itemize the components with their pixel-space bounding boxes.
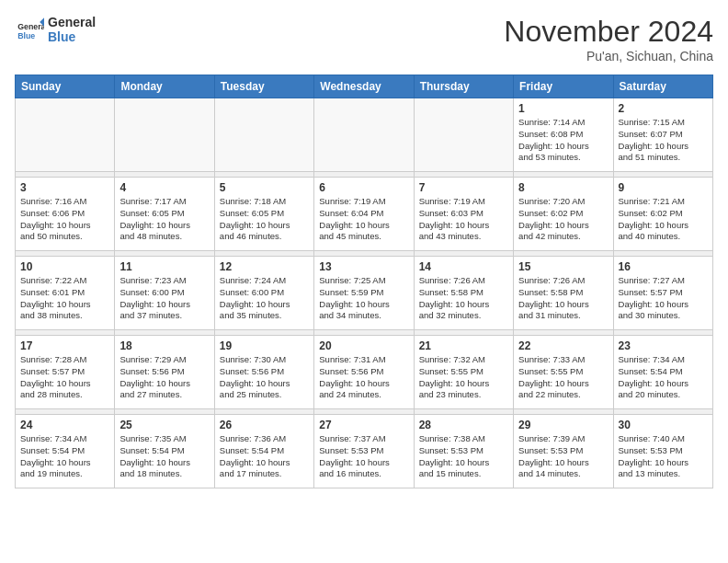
calendar-day-16: 16Sunrise: 7:27 AM Sunset: 5:57 PM Dayli… xyxy=(613,257,712,330)
calendar-day-26: 26Sunrise: 7:36 AM Sunset: 5:54 PM Dayli… xyxy=(214,415,313,488)
day-info: Sunrise: 7:26 AM Sunset: 5:58 PM Dayligh… xyxy=(518,275,608,322)
day-number: 27 xyxy=(319,419,408,431)
day-info: Sunrise: 7:16 AM Sunset: 6:06 PM Dayligh… xyxy=(20,196,109,243)
day-number: 15 xyxy=(518,260,608,273)
day-number: 14 xyxy=(419,260,508,273)
day-number: 23 xyxy=(619,339,708,352)
calendar-day-22: 22Sunrise: 7:33 AM Sunset: 5:55 PM Dayli… xyxy=(514,336,613,409)
calendar-week-2: 3Sunrise: 7:16 AM Sunset: 6:06 PM Daylig… xyxy=(16,178,713,251)
day-info: Sunrise: 7:25 AM Sunset: 5:59 PM Dayligh… xyxy=(319,275,408,322)
calendar-day-18: 18Sunrise: 7:29 AM Sunset: 5:56 PM Dayli… xyxy=(115,336,214,409)
day-info: Sunrise: 7:33 AM Sunset: 5:55 PM Dayligh… xyxy=(518,354,608,401)
day-number: 10 xyxy=(20,260,109,273)
day-info: Sunrise: 7:19 AM Sunset: 6:03 PM Dayligh… xyxy=(419,196,508,243)
day-number: 7 xyxy=(419,181,508,194)
day-info: Sunrise: 7:34 AM Sunset: 5:54 PM Dayligh… xyxy=(20,433,109,480)
day-number: 19 xyxy=(220,339,309,352)
day-number: 4 xyxy=(119,181,209,194)
calendar-day-7: 7Sunrise: 7:19 AM Sunset: 6:03 PM Daylig… xyxy=(414,178,513,251)
day-number: 24 xyxy=(20,419,109,431)
calendar-day-21: 21Sunrise: 7:32 AM Sunset: 5:55 PM Dayli… xyxy=(414,336,513,409)
header-monday: Monday xyxy=(115,75,214,98)
day-info: Sunrise: 7:38 AM Sunset: 5:53 PM Dayligh… xyxy=(419,433,508,480)
calendar-day-17: 17Sunrise: 7:28 AM Sunset: 5:57 PM Dayli… xyxy=(16,336,115,409)
day-info: Sunrise: 7:29 AM Sunset: 5:56 PM Dayligh… xyxy=(119,354,209,401)
calendar-day-3: 3Sunrise: 7:16 AM Sunset: 6:06 PM Daylig… xyxy=(16,178,115,251)
day-info: Sunrise: 7:36 AM Sunset: 5:54 PM Dayligh… xyxy=(220,433,309,480)
calendar-week-4: 17Sunrise: 7:28 AM Sunset: 5:57 PM Dayli… xyxy=(16,336,713,409)
calendar-day-23: 23Sunrise: 7:34 AM Sunset: 5:54 PM Dayli… xyxy=(613,336,712,409)
calendar-day-14: 14Sunrise: 7:26 AM Sunset: 5:58 PM Dayli… xyxy=(414,257,513,330)
day-info: Sunrise: 7:31 AM Sunset: 5:56 PM Dayligh… xyxy=(319,354,408,401)
calendar-day-2: 2Sunrise: 7:15 AM Sunset: 6:07 PM Daylig… xyxy=(613,98,712,172)
day-info: Sunrise: 7:18 AM Sunset: 6:05 PM Dayligh… xyxy=(220,196,309,243)
day-info: Sunrise: 7:21 AM Sunset: 6:02 PM Dayligh… xyxy=(619,196,708,243)
day-info: Sunrise: 7:28 AM Sunset: 5:57 PM Dayligh… xyxy=(20,354,109,401)
location: Pu'an, Sichuan, China xyxy=(504,49,713,63)
calendar-day-19: 19Sunrise: 7:30 AM Sunset: 5:56 PM Dayli… xyxy=(214,336,313,409)
calendar-day-empty xyxy=(314,98,414,172)
day-number: 17 xyxy=(20,339,109,352)
day-number: 9 xyxy=(619,181,708,194)
header-wednesday: Wednesday xyxy=(314,75,414,98)
day-number: 25 xyxy=(119,419,209,431)
calendar-day-5: 5Sunrise: 7:18 AM Sunset: 6:05 PM Daylig… xyxy=(214,178,313,251)
day-number: 28 xyxy=(419,419,508,431)
day-number: 18 xyxy=(119,339,209,352)
calendar-header-row: SundayMondayTuesdayWednesdayThursdayFrid… xyxy=(16,75,713,98)
day-number: 8 xyxy=(518,181,608,194)
header-tuesday: Tuesday xyxy=(214,75,313,98)
header-sunday: Sunday xyxy=(16,75,115,98)
day-number: 2 xyxy=(619,102,708,115)
day-info: Sunrise: 7:39 AM Sunset: 5:53 PM Dayligh… xyxy=(518,433,608,480)
day-info: Sunrise: 7:34 AM Sunset: 5:54 PM Dayligh… xyxy=(619,354,708,401)
day-number: 22 xyxy=(518,339,608,352)
calendar-day-8: 8Sunrise: 7:20 AM Sunset: 6:02 PM Daylig… xyxy=(514,178,613,251)
calendar-day-24: 24Sunrise: 7:34 AM Sunset: 5:54 PM Dayli… xyxy=(16,415,115,488)
day-number: 11 xyxy=(119,260,209,273)
day-info: Sunrise: 7:40 AM Sunset: 5:53 PM Dayligh… xyxy=(619,433,708,480)
day-info: Sunrise: 7:19 AM Sunset: 6:04 PM Dayligh… xyxy=(319,196,408,243)
day-number: 30 xyxy=(619,419,708,431)
day-info: Sunrise: 7:32 AM Sunset: 5:55 PM Dayligh… xyxy=(419,354,508,401)
day-info: Sunrise: 7:14 AM Sunset: 6:08 PM Dayligh… xyxy=(518,117,608,164)
header-thursday: Thursday xyxy=(414,75,513,98)
svg-text:General: General xyxy=(17,22,44,31)
calendar-day-1: 1Sunrise: 7:14 AM Sunset: 6:08 PM Daylig… xyxy=(514,98,613,172)
day-number: 6 xyxy=(319,181,408,194)
day-info: Sunrise: 7:24 AM Sunset: 6:00 PM Dayligh… xyxy=(220,275,309,322)
day-info: Sunrise: 7:17 AM Sunset: 6:05 PM Dayligh… xyxy=(119,196,209,243)
calendar-week-1: 1Sunrise: 7:14 AM Sunset: 6:08 PM Daylig… xyxy=(16,98,713,172)
calendar-day-4: 4Sunrise: 7:17 AM Sunset: 6:05 PM Daylig… xyxy=(115,178,214,251)
calendar-day-27: 27Sunrise: 7:37 AM Sunset: 5:53 PM Dayli… xyxy=(314,415,414,488)
calendar-day-30: 30Sunrise: 7:40 AM Sunset: 5:53 PM Dayli… xyxy=(613,415,712,488)
header-saturday: Saturday xyxy=(613,75,712,98)
day-info: Sunrise: 7:20 AM Sunset: 6:02 PM Dayligh… xyxy=(518,196,608,243)
calendar-day-25: 25Sunrise: 7:35 AM Sunset: 5:54 PM Dayli… xyxy=(115,415,214,488)
calendar-table: SundayMondayTuesdayWednesdayThursdayFrid… xyxy=(15,75,713,488)
day-number: 29 xyxy=(518,419,608,431)
title-block: November 2024 Pu'an, Sichuan, China xyxy=(504,15,713,63)
calendar-day-13: 13Sunrise: 7:25 AM Sunset: 5:59 PM Dayli… xyxy=(314,257,414,330)
calendar-day-empty xyxy=(115,98,214,172)
day-info: Sunrise: 7:23 AM Sunset: 6:00 PM Dayligh… xyxy=(119,275,209,322)
day-info: Sunrise: 7:22 AM Sunset: 6:01 PM Dayligh… xyxy=(20,275,109,322)
calendar-day-15: 15Sunrise: 7:26 AM Sunset: 5:58 PM Dayli… xyxy=(514,257,613,330)
page-header: General Blue General Blue November 2024 … xyxy=(15,15,713,63)
calendar-week-3: 10Sunrise: 7:22 AM Sunset: 6:01 PM Dayli… xyxy=(16,257,713,330)
day-info: Sunrise: 7:35 AM Sunset: 5:54 PM Dayligh… xyxy=(119,433,209,480)
day-info: Sunrise: 7:37 AM Sunset: 5:53 PM Dayligh… xyxy=(319,433,408,480)
calendar-day-empty xyxy=(214,98,313,172)
calendar-day-6: 6Sunrise: 7:19 AM Sunset: 6:04 PM Daylig… xyxy=(314,178,414,251)
logo-icon: General Blue xyxy=(15,15,44,44)
calendar-day-12: 12Sunrise: 7:24 AM Sunset: 6:00 PM Dayli… xyxy=(214,257,313,330)
day-info: Sunrise: 7:15 AM Sunset: 6:07 PM Dayligh… xyxy=(619,117,708,164)
calendar-day-9: 9Sunrise: 7:21 AM Sunset: 6:02 PM Daylig… xyxy=(613,178,712,251)
calendar-day-20: 20Sunrise: 7:31 AM Sunset: 5:56 PM Dayli… xyxy=(314,336,414,409)
calendar-day-empty xyxy=(16,98,115,172)
day-number: 3 xyxy=(20,181,109,194)
month-title: November 2024 xyxy=(504,15,713,49)
calendar-day-10: 10Sunrise: 7:22 AM Sunset: 6:01 PM Dayli… xyxy=(16,257,115,330)
logo-blue: Blue xyxy=(48,29,96,44)
calendar-day-empty xyxy=(414,98,513,172)
